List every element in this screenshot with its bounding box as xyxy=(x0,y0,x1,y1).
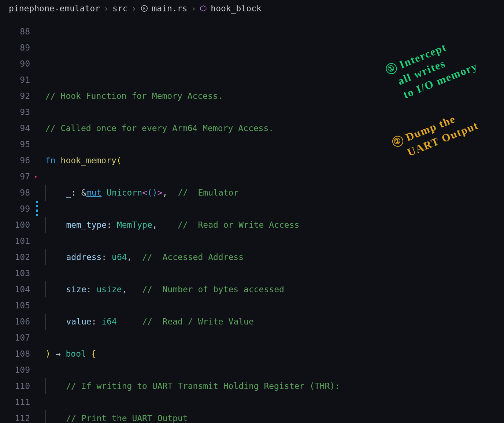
chevron-right-icon: › xyxy=(104,4,109,13)
code-line[interactable]: value: i64 // Read / Write Value xyxy=(45,313,504,330)
line-number: 96 xyxy=(0,152,30,168)
line-number: 92 xyxy=(0,88,30,104)
line-number: 103 xyxy=(0,265,30,281)
breadcrumb-item[interactable]: src xyxy=(112,4,128,13)
code-editor[interactable]: 88899091929394959697▸9899100101102103104… xyxy=(0,17,504,423)
code-line[interactable]: address: u64, // Accessed Address xyxy=(45,249,504,265)
breadcrumb[interactable]: pinephone-emulator › src › R main.rs › h… xyxy=(0,0,504,17)
line-number: 93 xyxy=(0,104,30,120)
line-number: 95 xyxy=(0,136,30,152)
line-number: 101 xyxy=(0,233,30,249)
symbol-method-icon xyxy=(200,5,207,12)
code-line[interactable]: // Called once for every Arm64 Memory Ac… xyxy=(45,120,504,136)
line-number: 104 xyxy=(0,281,30,297)
line-number: 88 xyxy=(0,23,30,40)
code-line[interactable]: // Print the UART Output xyxy=(45,410,504,423)
line-number: 99 xyxy=(0,201,30,217)
line-number: 89 xyxy=(0,40,30,56)
line-number: 107 xyxy=(0,330,30,346)
line-gutter: 88899091929394959697▸9899100101102103104… xyxy=(0,17,37,423)
line-number: 97 xyxy=(0,168,30,185)
rust-lang-icon: R xyxy=(140,4,148,12)
code-line[interactable]: ) → bool { xyxy=(45,346,504,362)
line-number: 94 xyxy=(0,120,30,136)
code-line[interactable]: mem_type: MemType, // Read or Write Acce… xyxy=(45,217,504,233)
breadcrumb-item[interactable]: hook_block xyxy=(211,4,261,13)
line-number: 98 xyxy=(0,185,30,201)
line-number: 109 xyxy=(0,362,30,378)
breadcrumb-item[interactable]: pinephone-emulator xyxy=(9,4,100,13)
line-number: 110 xyxy=(0,378,30,394)
code-line[interactable] xyxy=(45,56,504,72)
code-line[interactable]: size: usize, // Number of bytes accessed xyxy=(45,281,504,297)
code-line[interactable]: // Hook Function for Memory Access. xyxy=(45,88,504,104)
line-number: 108 xyxy=(0,346,30,362)
code-line[interactable]: // If writing to UART Transmit Holding R… xyxy=(45,378,504,394)
line-number: 106 xyxy=(0,313,30,330)
line-number: 90 xyxy=(0,56,30,72)
line-number: 91 xyxy=(0,72,30,88)
code-line[interactable]: _: &mut Unicorn<()>, // Emulator xyxy=(45,185,504,201)
code-area[interactable]: // Hook Function for Memory Access. // C… xyxy=(37,17,504,423)
breadcrumb-item[interactable]: main.rs xyxy=(152,4,188,13)
line-number: 100 xyxy=(0,217,30,233)
code-line[interactable]: fn hook_memory( xyxy=(45,152,504,168)
chevron-right-icon: › xyxy=(131,4,137,13)
svg-text:R: R xyxy=(143,7,145,11)
line-number: 112 xyxy=(0,410,30,423)
line-number: 105 xyxy=(0,297,30,313)
line-number: 102 xyxy=(0,249,30,265)
line-number: 111 xyxy=(0,394,30,410)
chevron-right-icon: › xyxy=(191,4,196,13)
